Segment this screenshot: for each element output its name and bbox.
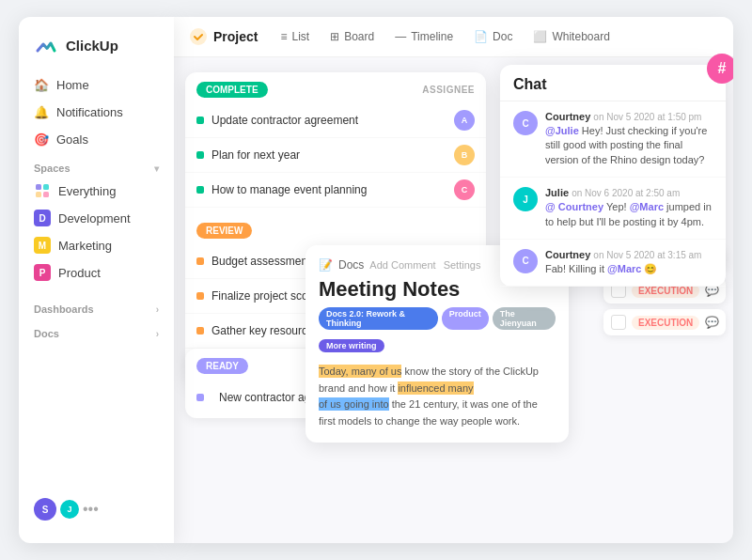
sidebar-item-everything[interactable]: Everything (26, 178, 166, 204)
task-name: Plan for next year (212, 148, 454, 162)
product-dot: P (34, 264, 51, 281)
chat-message-1: C Courtney on Nov 5 2020 at 1:50 pm @Jul… (500, 101, 726, 178)
sidebar-item-notifications[interactable]: 🔔 Notifications (26, 99, 166, 125)
sidebar-item-home[interactable]: 🏠 Home (26, 71, 166, 98)
chat-content-2: Julie on Nov 6 2020 at 2:50 am @ Courtne… (545, 187, 713, 229)
complete-section-header: COMPLETE ASSIGNEE (185, 72, 486, 103)
notifications-label: Notifications (56, 105, 123, 119)
timestamp-2: on Nov 6 2020 at 2:50 am (572, 188, 680, 198)
sidebar-nav: 🏠 Home 🔔 Notifications 🎯 Goals (19, 71, 174, 153)
chat-message-3: C Courtney on Nov 5 2020 at 3:15 am Fab!… (500, 240, 726, 287)
main-content: Project ≡ List ⊞ Board — Timeline 📄 Doc (174, 17, 733, 543)
settings-btn[interactable]: Settings (444, 259, 481, 271)
task-dot (196, 327, 204, 334)
complete-badge: COMPLETE (196, 82, 268, 98)
task-row[interactable]: Plan for next year B (185, 138, 486, 173)
board-icon: ⊞ (330, 30, 339, 43)
tab-doc[interactable]: 📄 Doc (464, 26, 522, 47)
sidebar-item-development[interactable]: D Development (26, 205, 166, 231)
chat-message-2: J Julie on Nov 6 2020 at 2:50 am @ Court… (500, 178, 726, 240)
project-name: Project (213, 29, 258, 44)
timestamp-3: on Nov 5 2020 at 3:15 am (593, 250, 701, 260)
chat-title: Chat (500, 65, 726, 101)
tab-list[interactable]: ≡ List (271, 26, 319, 47)
review-badge: REVIEW (196, 223, 252, 239)
mention-marc: @Marc (630, 201, 664, 212)
task-row[interactable]: Update contractor agreement A (185, 103, 486, 138)
dashboards-arrow-icon: › (156, 304, 159, 315)
task-row[interactable]: How to manage event planning C (185, 173, 486, 208)
docs-tags: Docs 2.0: Rework & Thinking Product The … (319, 307, 556, 330)
project-header: Project ≡ List ⊞ Board — Timeline 📄 Doc (174, 17, 733, 57)
dashboards-label: Dashboards (34, 303, 94, 315)
tab-doc-label: Doc (493, 30, 512, 43)
tab-board[interactable]: ⊞ Board (321, 26, 384, 47)
chat-panel: # Chat C Courtney on Nov 5 2020 at 1:50 … (500, 65, 726, 287)
tab-whiteboard-label: Whiteboard (552, 30, 609, 43)
spaces-arrow-icon: ▾ (154, 163, 159, 174)
timeline-icon: — (395, 30, 406, 43)
tab-timeline[interactable]: — Timeline (385, 26, 462, 47)
clickup-logo-icon (34, 32, 60, 58)
svg-rect-1 (43, 184, 49, 190)
task-dot (196, 257, 204, 265)
author-name-3: Courtney (545, 249, 590, 260)
project-icon (189, 27, 208, 46)
author-name: Courtney (545, 111, 590, 122)
list-icon: ≡ (280, 30, 287, 43)
svg-point-4 (190, 28, 207, 45)
svg-rect-2 (36, 192, 41, 197)
chat-text-1: @Julie Hey! Just checking if you're stil… (545, 124, 713, 167)
project-tabs: ≡ List ⊞ Board — Timeline 📄 Doc ⬜ Whi (271, 26, 619, 47)
review-section-header: REVIEW (185, 213, 486, 244)
timestamp-1: on Nov 5 2020 at 1:50 pm (593, 112, 701, 122)
task-dot (196, 117, 204, 124)
user-avatar-secondary: J (60, 500, 79, 519)
user-avatar-s: S (34, 498, 56, 521)
highlight-influenced: influenced many (398, 381, 473, 395)
task-assignee-avatar: A (454, 110, 475, 131)
sidebar: ClickUp 🏠 Home 🔔 Notifications 🎯 Goals S… (19, 17, 174, 543)
app-container: ClickUp 🏠 Home 🔔 Notifications 🎯 Goals S… (19, 17, 733, 543)
ready-badge: READY (196, 358, 248, 374)
dashboards-section: Dashboards › (19, 294, 174, 319)
task-name: Update contractor agreement (212, 114, 454, 127)
content-area: COMPLETE ASSIGNEE Update contractor agre… (174, 57, 733, 541)
app-name: ClickUp (66, 38, 118, 54)
tag-product: Product (442, 307, 489, 330)
mention-marc-2: @Marc (607, 263, 641, 274)
add-comment-btn[interactable]: Add Comment (369, 259, 435, 271)
marketing-label: Marketing (58, 239, 112, 253)
task-dot (196, 292, 204, 300)
chat-avatar-julie: J (513, 187, 538, 211)
user-avatars: S J ••• (34, 498, 159, 521)
mention: @Julie (545, 125, 579, 136)
more-writing-btn[interactable]: More writing (319, 339, 384, 352)
tab-board-label: Board (344, 30, 374, 43)
sidebar-item-marketing[interactable]: M Marketing (26, 232, 166, 258)
spaces-label: Spaces (34, 163, 70, 174)
highlight-today: Today, many of us (319, 365, 401, 378)
svg-rect-3 (43, 192, 49, 197)
author-name-2: Julie (545, 187, 569, 198)
whiteboard-icon: ⬜ (533, 30, 547, 43)
status-checkbox-3[interactable] (611, 315, 626, 330)
home-icon: 🏠 (34, 77, 49, 92)
status-row-3: EXECUTION 💬 (603, 309, 726, 335)
more-icon: ••• (83, 501, 99, 518)
doc-icon: 📄 (474, 30, 488, 43)
tag-jienyuan: The Jienyuan (493, 307, 556, 330)
tab-timeline-label: Timeline (411, 30, 453, 43)
sidebar-item-goals[interactable]: 🎯 Goals (26, 126, 166, 152)
sidebar-item-product[interactable]: P Product (26, 259, 166, 286)
sidebar-docs-label: Docs (34, 328, 59, 339)
task-assignee-avatar: B (454, 145, 475, 165)
tab-whiteboard[interactable]: ⬜ Whiteboard (524, 26, 619, 47)
chat-content-3: Courtney on Nov 5 2020 at 3:15 am Fab! K… (545, 249, 713, 276)
spaces-section: Spaces ▾ (19, 153, 174, 178)
docs-icon: 📝 (319, 258, 333, 272)
chat-author-3: Courtney on Nov 5 2020 at 3:15 am (545, 249, 713, 260)
tab-list-label: List (291, 30, 309, 43)
chat-hash-icon: # (707, 54, 733, 84)
chat-author-2: Julie on Nov 6 2020 at 2:50 am (545, 187, 713, 198)
